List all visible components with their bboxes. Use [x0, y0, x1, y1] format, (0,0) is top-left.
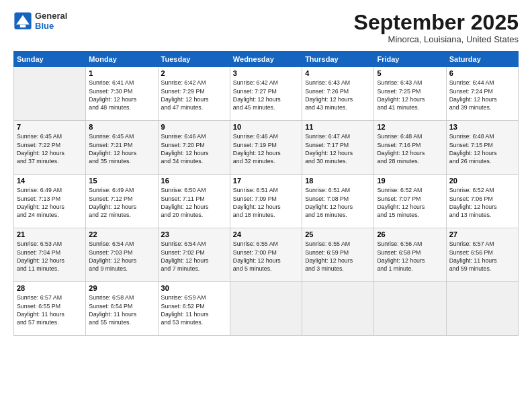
calendar-cell: 21Sunrise: 6:53 AMSunset: 7:04 PMDayligh… — [14, 228, 86, 282]
cell-info: Daylight: 11 hours — [449, 257, 515, 265]
calendar-cell: 3Sunrise: 6:42 AMSunset: 7:27 PMDaylight… — [230, 67, 302, 121]
cell-info: Sunrise: 6:42 AM — [233, 79, 299, 87]
calendar-cell — [302, 282, 374, 336]
day-number: 2 — [161, 69, 227, 77]
calendar-cell: 10Sunrise: 6:46 AMSunset: 7:19 PMDayligh… — [230, 121, 302, 175]
calendar-cell: 16Sunrise: 6:50 AMSunset: 7:11 PMDayligh… — [158, 175, 230, 228]
cell-info: Sunset: 6:59 PM — [305, 248, 371, 257]
cell-info: and 28 minutes. — [377, 157, 443, 165]
weekday-header-friday: Friday — [374, 52, 446, 67]
cell-info: Sunrise: 6:55 AM — [305, 240, 371, 248]
cell-info: Sunset: 7:02 PM — [161, 248, 227, 257]
logo-text: General Blue — [35, 11, 67, 31]
cell-info: Sunrise: 6:51 AM — [305, 186, 371, 194]
cell-info: Sunset: 7:22 PM — [17, 141, 83, 149]
calendar-cell: 19Sunrise: 6:52 AMSunset: 7:07 PMDayligh… — [374, 175, 446, 228]
calendar-cell: 18Sunrise: 6:51 AMSunset: 7:08 PMDayligh… — [302, 175, 374, 228]
cell-info: and 59 minutes. — [449, 265, 515, 273]
day-number: 29 — [89, 284, 154, 292]
calendar-cell: 13Sunrise: 6:48 AMSunset: 7:15 PMDayligh… — [446, 121, 518, 175]
cell-info: Sunset: 7:07 PM — [377, 195, 443, 203]
week-row-1: 1Sunrise: 6:41 AMSunset: 7:30 PMDaylight… — [14, 67, 519, 121]
day-number: 8 — [89, 123, 154, 131]
cell-info: and 20 minutes. — [161, 211, 227, 219]
calendar-cell — [374, 282, 446, 336]
day-number: 6 — [449, 69, 515, 77]
month-title: September 2025 — [354, 11, 519, 34]
cell-info: Sunrise: 6:54 AM — [89, 240, 154, 248]
cell-info: Sunrise: 6:45 AM — [89, 132, 154, 140]
day-number: 5 — [377, 69, 443, 77]
cell-info: Sunset: 6:58 PM — [377, 248, 443, 257]
calendar-cell: 26Sunrise: 6:56 AMSunset: 6:58 PMDayligh… — [374, 228, 446, 282]
calendar-cell: 15Sunrise: 6:49 AMSunset: 7:12 PMDayligh… — [86, 175, 158, 228]
cell-info: Sunrise: 6:52 AM — [377, 186, 443, 194]
cell-info: and 39 minutes. — [449, 103, 515, 111]
cell-info: Daylight: 11 hours — [161, 310, 227, 318]
calendar-cell: 20Sunrise: 6:52 AMSunset: 7:06 PMDayligh… — [446, 175, 518, 228]
cell-info: Sunset: 6:56 PM — [449, 248, 515, 257]
cell-info: and 3 minutes. — [305, 265, 371, 273]
cell-info: Daylight: 11 hours — [89, 310, 154, 318]
cell-info: and 1 minute. — [377, 265, 443, 273]
cell-info: and 13 minutes. — [449, 211, 515, 219]
cell-info: Sunrise: 6:49 AM — [17, 186, 83, 194]
cell-info: Sunset: 7:13 PM — [17, 195, 83, 203]
cell-info: Sunset: 7:08 PM — [305, 195, 371, 203]
calendar-cell: 6Sunrise: 6:44 AMSunset: 7:24 PMDaylight… — [446, 67, 518, 121]
cell-info: Daylight: 12 hours — [305, 95, 371, 103]
cell-info: Daylight: 12 hours — [305, 203, 371, 211]
cell-info: Sunset: 7:17 PM — [305, 141, 371, 149]
cell-info: and 35 minutes. — [89, 157, 154, 165]
weekday-header-monday: Monday — [86, 52, 158, 67]
calendar-cell: 30Sunrise: 6:59 AMSunset: 6:52 PMDayligh… — [158, 282, 230, 336]
cell-info: Sunrise: 6:49 AM — [89, 186, 154, 194]
cell-info: and 57 minutes. — [17, 318, 83, 326]
cell-info: and 26 minutes. — [449, 157, 515, 165]
weekday-header-tuesday: Tuesday — [158, 52, 230, 67]
cell-info: Daylight: 12 hours — [449, 203, 515, 211]
cell-info: Sunset: 7:29 PM — [161, 87, 227, 95]
day-number: 20 — [449, 177, 515, 185]
cell-info: Sunset: 7:15 PM — [449, 141, 515, 149]
cell-info: Daylight: 12 hours — [89, 149, 154, 157]
calendar-cell: 11Sunrise: 6:47 AMSunset: 7:17 PMDayligh… — [302, 121, 374, 175]
calendar-cell: 23Sunrise: 6:54 AMSunset: 7:02 PMDayligh… — [158, 228, 230, 282]
title-area: September 2025 Minorca, Louisiana, Unite… — [354, 11, 519, 44]
calendar-cell — [14, 67, 86, 121]
calendar-cell: 17Sunrise: 6:51 AMSunset: 7:09 PMDayligh… — [230, 175, 302, 228]
day-number: 15 — [89, 177, 154, 185]
calendar-cell: 25Sunrise: 6:55 AMSunset: 6:59 PMDayligh… — [302, 228, 374, 282]
calendar-cell: 4Sunrise: 6:43 AMSunset: 7:26 PMDaylight… — [302, 67, 374, 121]
cell-info: Sunrise: 6:42 AM — [161, 79, 227, 87]
cell-info: Sunset: 7:06 PM — [449, 195, 515, 203]
cell-info: Sunset: 7:04 PM — [17, 248, 83, 257]
logo-icon — [13, 11, 32, 30]
cell-info: Sunset: 7:00 PM — [233, 248, 299, 257]
weekday-header-sunday: Sunday — [14, 52, 86, 67]
cell-info: Sunset: 7:20 PM — [161, 141, 227, 149]
cell-info: Sunset: 6:52 PM — [161, 302, 227, 310]
day-number: 23 — [161, 230, 227, 238]
cell-info: and 43 minutes. — [305, 103, 371, 111]
cell-info: Daylight: 12 hours — [233, 95, 299, 103]
cell-info: Sunrise: 6:57 AM — [449, 240, 515, 248]
cell-info: and 45 minutes. — [233, 103, 299, 111]
cell-info: Sunrise: 6:45 AM — [17, 132, 83, 140]
cell-info: Daylight: 12 hours — [305, 257, 371, 265]
cell-info: Daylight: 12 hours — [233, 149, 299, 157]
cell-info: Daylight: 12 hours — [449, 95, 515, 103]
cell-info: Daylight: 12 hours — [89, 203, 154, 211]
header: General Blue September 2025 Minorca, Lou… — [13, 11, 519, 44]
cell-info: Sunset: 7:16 PM — [377, 141, 443, 149]
cell-info: Sunset: 7:26 PM — [305, 87, 371, 95]
cell-info: Daylight: 12 hours — [161, 95, 227, 103]
cell-info: Sunrise: 6:56 AM — [377, 240, 443, 248]
svg-rect-2 — [20, 25, 26, 28]
cell-info: and 18 minutes. — [233, 211, 299, 219]
day-number: 24 — [233, 230, 299, 238]
cell-info: and 30 minutes. — [305, 157, 371, 165]
cell-info: and 53 minutes. — [161, 318, 227, 326]
cell-info: Sunrise: 6:58 AM — [89, 293, 154, 302]
cell-info: and 47 minutes. — [161, 103, 227, 111]
